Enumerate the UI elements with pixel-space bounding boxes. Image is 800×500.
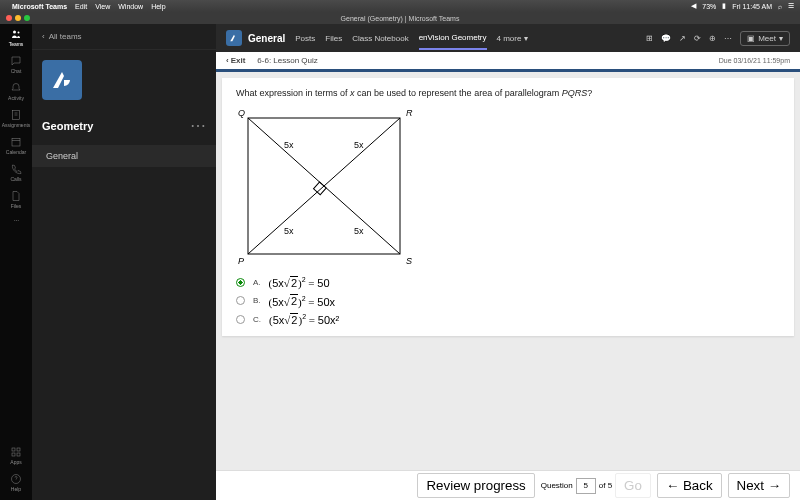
channel-general[interactable]: General: [32, 145, 216, 167]
svg-text:R: R: [406, 108, 413, 118]
svg-point-0: [13, 31, 16, 34]
question-counter: Question of 5 Go: [541, 473, 651, 498]
choice-a[interactable]: A. (5x√2)2 = 50: [236, 276, 780, 289]
rail-calls[interactable]: Calls: [10, 163, 22, 182]
svg-rect-3: [12, 139, 20, 147]
tabs-more[interactable]: 4 more ▾: [497, 34, 528, 43]
tab-posts[interactable]: Posts: [295, 34, 315, 43]
radio-b[interactable]: [236, 296, 245, 305]
svg-text:Q: Q: [238, 108, 245, 118]
menu-view[interactable]: View: [95, 3, 110, 10]
camera-icon: ▣: [747, 34, 755, 43]
menu-window[interactable]: Window: [118, 3, 143, 10]
search-icon[interactable]: ⌕: [778, 3, 782, 10]
svg-rect-7: [17, 453, 20, 456]
window-title: General (Geometry) | Microsoft Teams: [341, 15, 460, 22]
radio-c[interactable]: [236, 315, 245, 324]
team-avatar: [42, 60, 82, 100]
choice-c[interactable]: C. (5x√2)2 = 50x²: [236, 313, 780, 326]
svg-rect-5: [17, 448, 20, 451]
rail-teams[interactable]: Teams: [9, 28, 24, 47]
rail-chat[interactable]: Chat: [10, 55, 22, 74]
choice-b[interactable]: B. (5x√2)2 = 50x: [236, 295, 780, 308]
left-rail: Teams Chat Activity Assignments Calendar…: [0, 24, 32, 500]
question-card: What expression in terms of x can be use…: [222, 78, 794, 336]
quiz-header: Exit 6-6: Lesson Quiz Due 03/16/21 11:59…: [216, 52, 800, 72]
close-icon[interactable]: [6, 15, 12, 21]
channel-name: General: [248, 33, 285, 44]
sidebar-back[interactable]: All teams: [32, 24, 216, 50]
menu-help[interactable]: Help: [151, 3, 165, 10]
minimize-icon[interactable]: [15, 15, 21, 21]
choices: A. (5x√2)2 = 50 B. (5x√2)2 = 50x C. (5x√…: [236, 276, 780, 326]
refresh-icon[interactable]: ⟳: [694, 34, 701, 43]
app-name[interactable]: Microsoft Teams: [12, 3, 67, 10]
go-button[interactable]: Go: [615, 473, 651, 498]
channel-header: General Posts Files Class Notebook enVis…: [216, 24, 800, 52]
rail-more[interactable]: ⋯: [14, 217, 19, 223]
svg-text:5x: 5x: [354, 226, 364, 236]
svg-point-1: [17, 32, 19, 34]
channel-avatar: [226, 30, 242, 46]
tab-files[interactable]: Files: [325, 34, 342, 43]
svg-text:5x: 5x: [284, 226, 294, 236]
menu-edit[interactable]: Edit: [75, 3, 87, 10]
diagram: Q R P S 5x 5x 5x 5x: [236, 106, 780, 266]
main-area: General Posts Files Class Notebook enVis…: [216, 24, 800, 500]
window-titlebar: General (Geometry) | Microsoft Teams: [0, 12, 800, 24]
battery-pct: 73%: [702, 3, 716, 10]
rail-activity[interactable]: Activity: [8, 82, 24, 101]
svg-rect-4: [12, 448, 15, 451]
tab-notebook[interactable]: Class Notebook: [352, 34, 408, 43]
meet-button[interactable]: ▣Meet▾: [740, 31, 790, 46]
quiz-title: 6-6: Lesson Quiz: [257, 56, 317, 65]
back-button[interactable]: ← Back: [657, 473, 722, 498]
svg-text:5x: 5x: [354, 140, 364, 150]
next-button[interactable]: Next →: [728, 473, 790, 498]
rail-apps[interactable]: Apps: [10, 446, 22, 465]
review-progress-button[interactable]: Review progress: [417, 473, 534, 498]
maximize-icon[interactable]: [24, 15, 30, 21]
svg-text:5x: 5x: [284, 140, 294, 150]
team-more-icon[interactable]: ⋯: [190, 116, 206, 135]
action-icon[interactable]: ⊞: [646, 34, 653, 43]
clock: Fri 11:45 AM: [732, 3, 772, 10]
quiz-body: What expression in terms of x can be use…: [216, 72, 800, 470]
battery-icon: ▮: [722, 2, 726, 10]
chevron-down-icon: ▾: [524, 34, 528, 43]
quiz-footer: Review progress Question of 5 Go ← Back …: [216, 470, 800, 500]
team-sidebar: All teams Geometry ⋯ General: [32, 24, 216, 500]
svg-rect-6: [12, 453, 15, 456]
exit-button[interactable]: Exit: [226, 56, 245, 65]
rail-help[interactable]: Help: [10, 473, 22, 492]
app-body: Teams Chat Activity Assignments Calendar…: [0, 24, 800, 500]
rail-calendar[interactable]: Calendar: [6, 136, 26, 155]
mac-menubar: Microsoft Teams Edit View Window Help ◀ …: [0, 0, 800, 12]
question-number-input[interactable]: [576, 478, 596, 494]
wifi-icon[interactable]: ◀: [691, 2, 696, 10]
more-icon[interactable]: ⋯: [724, 34, 732, 43]
popout-icon[interactable]: ↗: [679, 34, 686, 43]
tab-envision[interactable]: enVision Geometry: [419, 33, 487, 50]
chat-icon[interactable]: 💬: [661, 34, 671, 43]
quiz-due: Due 03/16/21 11:59pm: [719, 57, 790, 64]
svg-text:P: P: [238, 256, 244, 266]
chevron-down-icon: ▾: [779, 34, 783, 43]
team-name: Geometry: [42, 120, 190, 132]
control-center-icon[interactable]: ☰: [788, 2, 794, 10]
question-text: What expression in terms of x can be use…: [236, 88, 780, 98]
radio-a[interactable]: [236, 278, 245, 287]
traffic-lights: [0, 15, 30, 21]
svg-rect-16: [314, 182, 327, 195]
rail-files[interactable]: Files: [10, 190, 22, 209]
globe-icon[interactable]: ⊕: [709, 34, 716, 43]
rail-assignments[interactable]: Assignments: [2, 109, 31, 128]
svg-text:S: S: [406, 256, 412, 266]
